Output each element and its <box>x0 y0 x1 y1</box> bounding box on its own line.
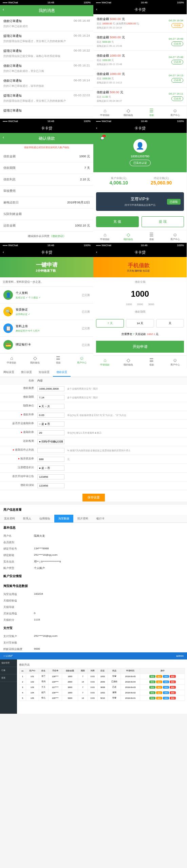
config-input[interactable] <box>37 386 64 391</box>
config-input[interactable] <box>37 395 64 400</box>
nav-wallet[interactable]: ◇我的钱包 <box>117 356 140 368</box>
loan-item[interactable]: 借款金额 5000.00 元应还 18000.00 元 (逾期费用12000.0… <box>93 14 187 33</box>
save-button[interactable]: 保存设置 <box>82 494 105 501</box>
admin-tab[interactable]: 网站设置 <box>0 368 18 377</box>
task-item[interactable]: 💳绑定银行卡已完善 <box>0 337 93 353</box>
user-tab[interactable]: 淘宝数据 <box>54 515 73 522</box>
message-item[interactable]: 借款订单通知06-05 16:21您的订单已放款成功，资金已入账 <box>0 61 93 76</box>
config-input[interactable] <box>37 457 64 462</box>
back-icon[interactable]: ‹ <box>3 135 4 140</box>
period-option[interactable]: 天 <box>156 319 184 328</box>
sidebar-item[interactable]: 设置 <box>0 674 17 682</box>
task-item[interactable]: 🔍资质验证运营商认证 ✓已完善 <box>0 303 93 320</box>
amount-option[interactable]: 3000 <box>148 303 154 306</box>
admin-tab[interactable]: 借款设置 <box>53 368 71 377</box>
row-action-button[interactable]: 删除 <box>170 680 176 683</box>
config-input[interactable] <box>37 474 64 479</box>
back-icon[interactable]: ‹ <box>96 250 97 254</box>
row-action-button[interactable]: 删除 <box>170 675 176 678</box>
nav-wallet[interactable]: ◇我的钱包 <box>23 354 47 366</box>
avatar[interactable]: 👤 <box>133 139 147 153</box>
nav-loans[interactable]: ☰借款 <box>140 230 164 243</box>
message-item[interactable]: 提现订单通知06-05 16:22您的提现信息已提交审核，请耐心等待系统审核 <box>0 46 93 61</box>
user-tab[interactable]: 实名资料 <box>0 515 19 522</box>
loan-item[interactable]: 借款金额 5000.00 元应还 5000.00 元最晚还款日 05-11 15… <box>93 33 187 51</box>
nav-user[interactable]: ☺用户中心 <box>163 106 187 119</box>
nav-apply[interactable]: ⌂申请借款 <box>93 230 117 243</box>
withdraw-button[interactable]: 提 现 <box>142 216 184 227</box>
row-action-button[interactable]: 详情 <box>163 691 169 694</box>
nav-apply[interactable]: ⌂申请借款 <box>93 106 117 119</box>
row-action-button[interactable]: 放款 <box>156 680 162 683</box>
user-tab[interactable]: 信用报告 <box>35 515 54 522</box>
config-input[interactable] <box>37 421 64 427</box>
user-tab[interactable]: 照片资料 <box>73 515 92 522</box>
sidebar-item[interactable]: 订单 <box>0 667 17 674</box>
row-action-button[interactable]: 放款 <box>156 686 162 689</box>
message-item[interactable]: 提现订单通知06-05 16:24您的提现信息已审核通过，资金将汇入您的收款账户 <box>0 31 93 46</box>
user-tab[interactable]: 联系人 <box>19 515 35 522</box>
nav-wallet[interactable]: ◇我的钱包 <box>117 106 140 119</box>
back-icon[interactable]: ‹ <box>96 7 97 11</box>
nav-apply[interactable]: ⌂申请借款 <box>0 354 23 366</box>
row-action-button[interactable]: 详情 <box>163 686 169 689</box>
period-option[interactable]: 7 天 <box>96 319 124 328</box>
nav-user[interactable]: ☺用户中心 <box>163 356 187 368</box>
nav-apply[interactable]: ⌂申请借款 <box>93 356 117 368</box>
message-item[interactable]: 提现订单通知 <box>0 106 93 117</box>
realname-badge[interactable]: 已实名认证 <box>130 160 151 166</box>
config-input[interactable] <box>37 439 64 444</box>
config-input[interactable] <box>37 404 64 409</box>
nav-loans[interactable]: ☰借款 <box>47 354 70 366</box>
row-action-button[interactable]: 审核 <box>149 697 155 699</box>
row-action-button[interactable]: 删除 <box>170 686 176 689</box>
config-input[interactable] <box>37 413 64 418</box>
nav-user[interactable]: ☺用户中心 <box>163 230 187 243</box>
row-action-button[interactable]: 放款 <box>156 691 162 694</box>
task-item[interactable]: 📋资料上传身份证照片+6个人照片已完善 <box>0 320 93 337</box>
back-icon[interactable]: ‹ <box>3 250 4 254</box>
apply-button[interactable]: 开始申请 <box>96 341 184 353</box>
vip-card[interactable]: 至尊VIP卡 持卡可申请高额低息至尊产品 已获取 <box>96 192 184 211</box>
row-action-button[interactable]: 详情 <box>163 697 169 699</box>
row-action-button[interactable]: 审核 <box>149 680 155 683</box>
loan-item[interactable]: 借款金额 1000.00 元应还 1000.00 元最晚还款日 05-11 15… <box>93 51 187 69</box>
admin-user[interactable]: admin <box>176 654 184 657</box>
row-action-button[interactable]: 详情 <box>163 675 169 678</box>
nav-user[interactable]: ☺用户中心 <box>70 354 93 366</box>
row-action-button[interactable]: 审核 <box>149 686 155 689</box>
vip-button[interactable]: 已获取 <box>167 199 181 204</box>
loan-item[interactable]: 借款金额 1000.00 元应还 1000.00 元最晚还款日 05-11 14… <box>93 69 187 87</box>
sidebar-item[interactable]: 借款管理 <box>0 659 17 667</box>
notification-icon[interactable]: 💬1 <box>99 136 105 141</box>
row-action-button[interactable]: 审核 <box>149 691 155 694</box>
row-action-button[interactable]: 放款 <box>156 675 162 678</box>
period-option[interactable]: 14 天 <box>126 319 154 328</box>
row-action-button[interactable]: 删除 <box>170 691 176 694</box>
back-icon[interactable]: ‹ <box>96 126 97 130</box>
user-tab[interactable]: 银行卡 <box>92 515 109 522</box>
config-input[interactable] <box>37 430 64 435</box>
nav-wallet[interactable]: ◇我的钱包 <box>117 230 140 243</box>
config-input[interactable] <box>37 448 64 453</box>
nav-loans[interactable]: ☰借款 <box>140 106 164 119</box>
admin-tab[interactable]: 短信设置 <box>35 368 53 377</box>
amount-option[interactable]: 2000 <box>137 303 143 306</box>
nav-loans[interactable]: ☰借款 <box>140 356 164 368</box>
row-action-button[interactable]: 放款 <box>156 697 162 699</box>
admin-tab[interactable]: 接口设置 <box>18 368 35 377</box>
message-item[interactable]: 借款订单通知06-05 16:48您的订单已还款成功 <box>0 16 93 31</box>
recharge-button[interactable]: 充 值 <box>96 216 139 227</box>
message-item[interactable]: 提现订单通知05-03 22:03您的提现信息已审核通过，资金将汇入您的收款账户 <box>0 91 93 106</box>
config-input[interactable] <box>37 483 64 488</box>
row-action-button[interactable]: 审核 <box>149 675 155 678</box>
config-input[interactable] <box>37 466 64 471</box>
loan-item[interactable]: 借款金额 500.00 元应还 11.00 元最晚还款日 05-04 06:47… <box>93 87 187 106</box>
back-icon[interactable]: ‹ <box>3 7 4 12</box>
agreement-link[interactable]: 《借款协议》 <box>50 235 66 238</box>
task-item[interactable]: 👤个人资料实名认证 ✓ 个人信息 ✓已完善 <box>0 287 93 303</box>
amount-option[interactable]: 1000 <box>126 303 132 306</box>
row-action-button[interactable]: 删除 <box>170 697 176 699</box>
row-action-button[interactable]: 详情 <box>163 680 169 683</box>
message-item[interactable]: 借款订单通知06-05 16:14您的订单已审核通过，请等待放款 <box>0 76 93 91</box>
